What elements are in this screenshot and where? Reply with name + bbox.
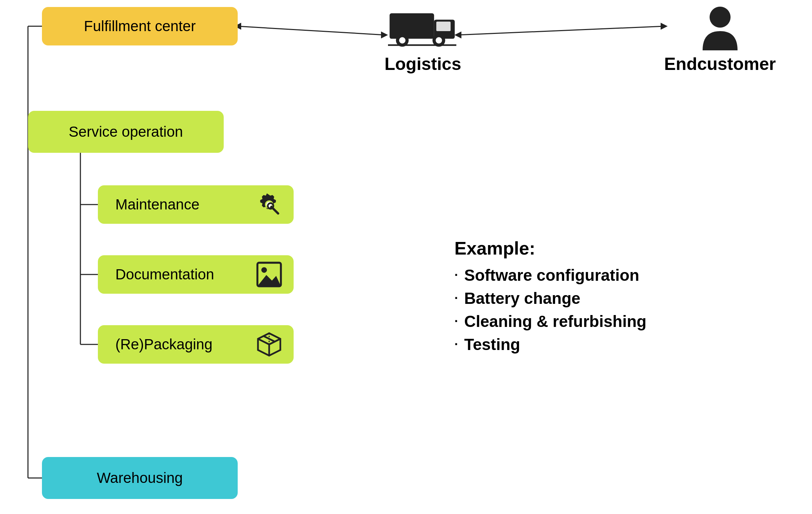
repackaging-label: (Re)Packaging: [115, 336, 213, 353]
svg-point-38: [436, 37, 442, 43]
svg-marker-25: [257, 275, 281, 286]
diagram-container: Fulfillment center Service operation Mai…: [0, 0, 812, 514]
example-item-label-1: Software configuration: [464, 266, 639, 285]
maintenance-label: Maintenance: [115, 196, 200, 213]
logistics-label: Logistics: [385, 54, 461, 74]
svg-point-40: [710, 7, 731, 28]
svg-rect-34: [436, 22, 451, 31]
repackaging-icon: [255, 330, 283, 358]
fulfillment-label: Fulfillment center: [84, 18, 196, 35]
endcustomer-area: Endcustomer: [664, 5, 776, 74]
repackaging-box: (Re)Packaging: [98, 325, 294, 364]
svg-point-36: [399, 37, 405, 43]
example-item-label-4: Testing: [464, 335, 520, 354]
endcustomer-label: Endcustomer: [664, 54, 776, 74]
service-operation-box: Service operation: [28, 111, 224, 153]
example-item-label-3: Cleaning & refurbishing: [464, 312, 646, 331]
warehousing-label: Warehousing: [97, 470, 183, 486]
example-title: Example:: [454, 238, 646, 259]
fulfillment-center-box: Fulfillment center: [42, 7, 238, 45]
svg-rect-32: [389, 13, 434, 39]
svg-line-17: [458, 26, 664, 35]
bullet-1: ·: [454, 268, 458, 283]
logistics-area: Logistics: [385, 5, 461, 74]
example-section: Example: · Software configuration · Batt…: [454, 238, 646, 358]
documentation-box: Documentation: [98, 255, 294, 294]
example-item-4: · Testing: [454, 335, 646, 354]
example-item-1: · Software configuration: [454, 266, 646, 285]
svg-line-14: [238, 26, 385, 35]
bullet-3: ·: [454, 314, 458, 329]
example-item-label-2: Battery change: [464, 289, 580, 308]
maintenance-box: Maintenance: [98, 185, 294, 224]
svg-point-24: [261, 267, 267, 273]
warehousing-box: Warehousing: [42, 457, 238, 499]
service-label: Service operation: [69, 123, 183, 140]
truck-icon: [388, 5, 458, 50]
bullet-4: ·: [454, 337, 458, 352]
example-item-2: · Battery change: [454, 289, 646, 308]
maintenance-icon: [255, 191, 283, 219]
example-item-3: · Cleaning & refurbishing: [454, 312, 646, 331]
bullet-2: ·: [454, 291, 458, 306]
svg-line-27: [258, 339, 269, 344]
documentation-icon: [255, 260, 283, 288]
documentation-label: Documentation: [115, 266, 214, 283]
person-icon: [701, 5, 739, 50]
